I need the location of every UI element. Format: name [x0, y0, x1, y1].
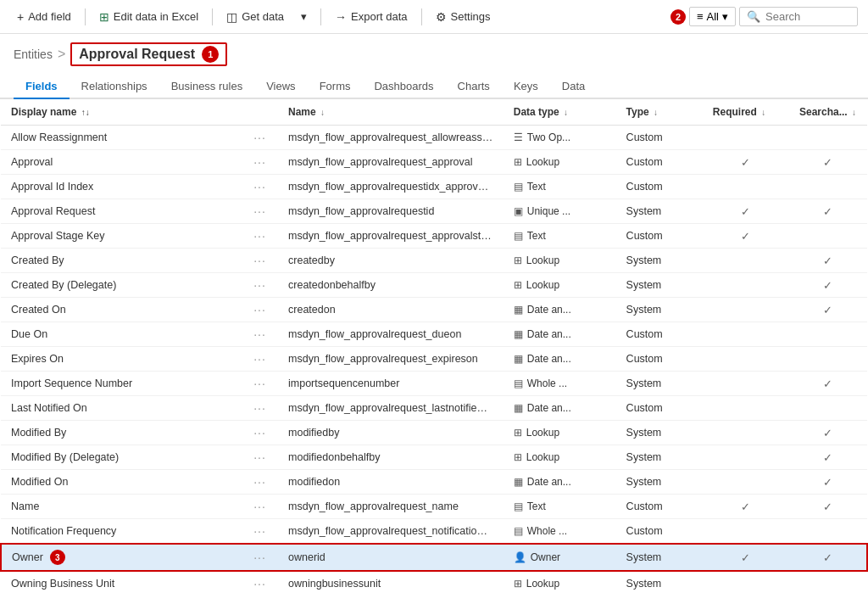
table-row[interactable]: Approval Id Index···msdyn_flow_approvalr…: [1, 175, 867, 199]
tab-views[interactable]: Views: [254, 75, 307, 99]
entity-name: Approval Request: [79, 47, 195, 62]
cell-type: Custom: [616, 224, 703, 249]
search-input[interactable]: [765, 10, 850, 23]
cell-name: msdyn_flow_approvalrequest_lastnotifiedo…: [278, 396, 504, 421]
cell-name: msdyn_flow_approvalrequest_name: [278, 495, 504, 519]
cell-searchable: ✓: [789, 372, 867, 396]
table-row[interactable]: Last Notified On···msdyn_flow_approvalre…: [1, 396, 867, 421]
table-row[interactable]: Import Sequence Number···importsequencen…: [1, 372, 867, 396]
cell-name: msdyn_flow_approvalrequest_approvalstage…: [278, 224, 504, 249]
cell-display-name: Created On: [1, 298, 243, 322]
cell-dots-menu[interactable]: ···: [243, 421, 278, 445]
tab-data[interactable]: Data: [550, 75, 597, 99]
cell-dots-menu[interactable]: ···: [243, 571, 278, 594]
tab-dashboards[interactable]: Dashboards: [362, 75, 445, 99]
cell-dots-menu[interactable]: ···: [243, 347, 278, 372]
cell-type: Custom: [616, 495, 703, 519]
table-row[interactable]: Modified By···modifiedby⊞LookupSystem✓: [1, 421, 867, 445]
table-row[interactable]: Modified On···modifiedon▦Date an...Syste…: [1, 470, 867, 495]
cell-searchable: ✓: [789, 199, 867, 224]
col-header-data-type[interactable]: Data type ↓: [504, 99, 616, 126]
col-header-name[interactable]: Name ↓: [278, 99, 504, 126]
fields-table: Display name ↑↓ Name ↓ Data type ↓ Type …: [0, 99, 868, 594]
cell-data-type: ⊞Lookup: [504, 150, 616, 175]
cell-display-name: Last Notified On: [1, 396, 243, 421]
export-icon: →: [335, 10, 347, 24]
table-row[interactable]: Notification Frequency···msdyn_flow_appr…: [1, 519, 867, 545]
data-type-icon: ⊞: [514, 427, 522, 439]
get-data-button[interactable]: ◫ Get data: [220, 7, 291, 27]
cell-display-name: Modified On: [1, 470, 243, 495]
table-row[interactable]: Due On···msdyn_flow_approvalrequest_dueo…: [1, 322, 867, 347]
cell-name: createdby: [278, 249, 504, 273]
cell-dots-menu[interactable]: ···: [243, 199, 278, 224]
col-header-type[interactable]: Type ↓: [616, 99, 703, 126]
table-row[interactable]: Approval Request···msdyn_flow_approvalre…: [1, 199, 867, 224]
table-row[interactable]: Owner3···ownerid👤OwnerSystem✓✓: [1, 544, 867, 571]
table-row[interactable]: Name···msdyn_flow_approvalrequest_name▤T…: [1, 495, 867, 519]
cell-data-type: ▦Date an...: [504, 470, 616, 495]
export-data-button[interactable]: → Export data: [328, 7, 415, 27]
tab-keys[interactable]: Keys: [502, 75, 550, 99]
table-row[interactable]: Created By···createdby⊞LookupSystem✓: [1, 249, 867, 273]
cell-dots-menu[interactable]: ···: [243, 544, 278, 571]
filter-button[interactable]: ≡ All ▾: [689, 7, 736, 26]
data-type-icon: ▤: [514, 377, 523, 389]
table-header-row: Display name ↑↓ Name ↓ Data type ↓ Type …: [1, 99, 867, 126]
entity-badge-1: 1: [202, 46, 219, 63]
data-type-icon: ☰: [514, 131, 523, 143]
table-row[interactable]: Created By (Delegate)···createdonbehalfb…: [1, 273, 867, 298]
cell-searchable: [789, 224, 867, 249]
tab-charts[interactable]: Charts: [446, 75, 502, 99]
cell-searchable: ✓: [789, 495, 867, 519]
col-header-required[interactable]: Required ↓: [703, 99, 789, 126]
cell-dots-menu[interactable]: ···: [243, 495, 278, 519]
data-type-icon: ▣: [514, 205, 523, 217]
fields-table-container: Display name ↑↓ Name ↓ Data type ↓ Type …: [0, 99, 868, 594]
tab-business-rules[interactable]: Business rules: [159, 75, 255, 99]
cell-dots-menu[interactable]: ···: [243, 396, 278, 421]
data-type-icon: 👤: [514, 551, 526, 563]
settings-button[interactable]: ⚙ Settings: [429, 7, 498, 27]
cell-dots-menu[interactable]: ···: [243, 372, 278, 396]
cell-type: Custom: [616, 126, 703, 150]
table-row[interactable]: Expires On···msdyn_flow_approvalrequest_…: [1, 347, 867, 372]
data-type-icon: ⊞: [514, 254, 522, 266]
get-data-dropdown-button[interactable]: ▾: [294, 7, 314, 26]
table-row[interactable]: Allow Reassignment···msdyn_flow_approval…: [1, 126, 867, 150]
cell-dots-menu[interactable]: ···: [243, 298, 278, 322]
cell-dots-menu[interactable]: ···: [243, 470, 278, 495]
cell-display-name: Owning Business Unit: [1, 571, 243, 594]
col-header-searchable[interactable]: Searcha... ↓: [789, 99, 867, 126]
cell-required: [703, 571, 789, 594]
cell-dots-menu[interactable]: ···: [243, 273, 278, 298]
tab-relationships[interactable]: Relationships: [70, 75, 159, 99]
cell-dots-menu[interactable]: ···: [243, 175, 278, 199]
table-row[interactable]: Created On···createdon▦Date an...System✓: [1, 298, 867, 322]
cell-dots-menu[interactable]: ···: [243, 249, 278, 273]
cell-dots-menu[interactable]: ···: [243, 519, 278, 545]
cell-type: Custom: [616, 322, 703, 347]
table-row[interactable]: Owning Business Unit···owningbusinessuni…: [1, 571, 867, 594]
tab-fields[interactable]: Fields: [14, 75, 70, 99]
cell-dots-menu[interactable]: ···: [243, 445, 278, 470]
cell-searchable: [789, 126, 867, 150]
tab-forms[interactable]: Forms: [308, 75, 363, 99]
cell-dots-menu[interactable]: ···: [243, 126, 278, 150]
table-row[interactable]: Approval···msdyn_flow_approvalrequest_ap…: [1, 150, 867, 175]
cell-dots-menu[interactable]: ···: [243, 322, 278, 347]
cell-dots-menu[interactable]: ···: [243, 224, 278, 249]
edit-excel-button[interactable]: ⊞ Edit data in Excel: [92, 7, 205, 27]
chevron-down-icon: ▾: [301, 10, 307, 23]
data-type-icon: ▦: [514, 304, 523, 316]
data-type-icon: ▦: [514, 402, 523, 414]
cell-display-name: Approval Id Index: [1, 175, 243, 199]
table-row[interactable]: Approval Stage Key···msdyn_flow_approval…: [1, 224, 867, 249]
add-field-button[interactable]: + Add field: [10, 7, 78, 27]
cell-dots-menu[interactable]: ···: [243, 150, 278, 175]
cell-display-name: Expires On: [1, 347, 243, 372]
cell-name: msdyn_flow_approvalrequest_notificationf…: [278, 519, 504, 545]
table-row[interactable]: Modified By (Delegate)···modifiedonbehal…: [1, 445, 867, 470]
cell-data-type: ▦Date an...: [504, 298, 616, 322]
col-header-display-name[interactable]: Display name ↑↓: [1, 99, 243, 126]
